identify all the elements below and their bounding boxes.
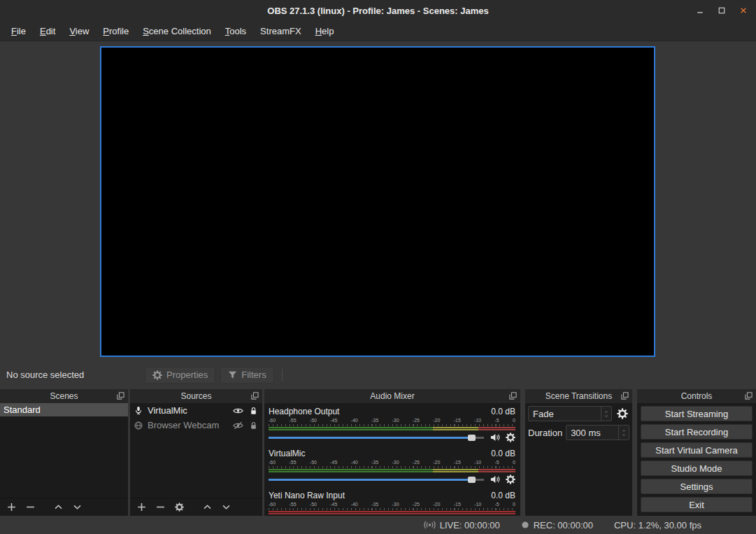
globe-icon [134, 421, 143, 430]
tick-label: -25 [413, 418, 420, 423]
speaker-icon[interactable] [490, 433, 500, 442]
filters-button[interactable]: Filters [220, 367, 273, 384]
add-source-icon[interactable] [137, 503, 146, 512]
exit-button[interactable]: Exit [641, 497, 753, 512]
menu-file[interactable]: File [4, 23, 33, 39]
move-scene-down-icon[interactable] [73, 503, 82, 512]
menu-profile[interactable]: Profile [96, 23, 136, 39]
window-title: OBS 27.1.3 (linux) - Profile: James - Sc… [0, 0, 756, 21]
rec-status: REC: 00:00:00 [521, 520, 593, 531]
source-properties-gear-icon[interactable] [175, 503, 184, 512]
tick-label: -50 [310, 502, 317, 507]
source-item-virtualmic[interactable]: VirtualMic [130, 403, 262, 418]
slider-handle[interactable] [468, 435, 476, 441]
channel-settings-gear-icon[interactable] [506, 433, 515, 442]
speaker-icon[interactable] [490, 475, 500, 484]
tick-label: -40 [351, 418, 358, 423]
lock-icon[interactable] [250, 421, 257, 430]
tick-label: -15 [454, 460, 461, 465]
menu-view[interactable]: View [62, 23, 96, 39]
tick-label: -45 [330, 460, 337, 465]
visibility-eye-icon[interactable] [233, 407, 243, 415]
channel-level: 0.0 dB [491, 491, 515, 501]
sources-list: VirtualMic Browser Webcam [130, 403, 262, 498]
window-controls [693, 0, 750, 21]
popout-dock-icon[interactable] [117, 392, 124, 400]
mixer-channel-yeti-nano: Yeti Nano Raw Input 0.0 dB -60-55-50-45-… [269, 491, 515, 514]
duration-label: Duration [528, 428, 562, 438]
tick-label: -10 [474, 418, 481, 423]
popout-dock-icon[interactable] [251, 392, 259, 400]
transition-select[interactable]: Fade [528, 406, 612, 421]
tick-label: -25 [413, 502, 420, 507]
live-status: LIVE: 00:00:00 [424, 520, 500, 531]
scenes-list: Standard [0, 403, 128, 498]
menu-edit[interactable]: Edit [33, 23, 62, 39]
maximize-icon[interactable] [715, 4, 729, 17]
add-scene-icon[interactable] [7, 503, 16, 512]
volume-slider[interactable] [269, 475, 484, 484]
combo-spinner-icons [601, 407, 611, 421]
tick-label: -60 [269, 460, 276, 465]
tick-label: -40 [351, 502, 358, 507]
popout-dock-icon[interactable] [745, 392, 753, 400]
volume-meter [269, 469, 515, 472]
tick-label: 0 [513, 418, 515, 423]
tick-label: -35 [371, 460, 378, 465]
tick-label: -5 [494, 502, 499, 507]
settings-button[interactable]: Settings [641, 479, 753, 494]
start-recording-button[interactable]: Start Recording [641, 424, 753, 440]
volume-meter [269, 511, 515, 514]
channel-name: Headphone Output [269, 407, 339, 417]
sources-dock-title: Sources [180, 391, 211, 401]
preview-canvas[interactable] [100, 46, 655, 357]
move-scene-up-icon[interactable] [54, 503, 63, 512]
popout-dock-icon[interactable] [509, 392, 517, 400]
properties-button[interactable]: Properties [145, 367, 215, 384]
transitions-dock-title: Scene Transitions [545, 391, 612, 401]
move-source-down-icon[interactable] [222, 503, 231, 512]
visibility-eye-slash-icon[interactable] [233, 421, 243, 430]
tick-label: -30 [392, 418, 399, 423]
cpu-fps-stats: CPU: 1.2%, 30.00 fps [614, 520, 701, 531]
tick-label: 0 [513, 502, 515, 507]
start-virtual-camera-button[interactable]: Start Virtual Camera [641, 442, 753, 458]
record-dot-icon [521, 521, 529, 529]
tick-label: -5 [494, 460, 499, 465]
volume-slider[interactable] [269, 433, 484, 442]
channel-settings-gear-icon[interactable] [506, 475, 515, 484]
popout-dock-icon[interactable] [621, 392, 629, 400]
close-icon[interactable] [736, 4, 750, 17]
filter-funnel-icon [228, 370, 237, 379]
scene-item-standard[interactable]: Standard [0, 403, 128, 416]
transition-settings-gear-icon[interactable] [615, 407, 629, 421]
tick-label: -55 [289, 460, 296, 465]
scenes-dock-title: Scenes [50, 391, 78, 401]
minimize-icon[interactable] [693, 4, 707, 17]
remove-source-icon[interactable] [156, 503, 165, 512]
menu-tools[interactable]: Tools [218, 23, 253, 39]
slider-handle[interactable] [468, 477, 476, 483]
spinbox-arrows[interactable] [618, 426, 629, 440]
lock-icon[interactable] [250, 407, 257, 415]
menu-help[interactable]: Help [308, 23, 341, 39]
duration-spinbox[interactable]: 300 ms [566, 425, 629, 440]
obs-window: OBS 27.1.3 (linux) - Profile: James - Sc… [0, 0, 756, 534]
move-source-up-icon[interactable] [203, 503, 212, 512]
meter-scale: -60-55-50-45-40-35-30-25-20-15-10-50 [269, 418, 515, 423]
source-item-browser-webcam[interactable]: Browser Webcam [130, 418, 262, 433]
menu-scene-collection[interactable]: Scene Collection [136, 23, 218, 39]
studio-mode-button[interactable]: Studio Mode [641, 461, 753, 476]
properties-label: Properties [166, 370, 208, 380]
docks-row: Scenes Standard Sources Virt [0, 389, 756, 516]
channel-name: Yeti Nano Raw Input [269, 491, 345, 501]
tick-label: -5 [494, 418, 499, 423]
source-name: VirtualMic [148, 405, 187, 416]
remove-scene-icon[interactable] [26, 503, 35, 512]
start-streaming-button[interactable]: Start Streaming [641, 406, 753, 421]
menu-streamfx[interactable]: StreamFX [253, 23, 308, 39]
tick-label: -45 [330, 418, 337, 423]
channel-name: VirtualMic [269, 449, 305, 459]
menu-bar: File Edit View Profile Scene Collection … [0, 21, 756, 41]
source-status-text: No source selected [6, 370, 145, 380]
